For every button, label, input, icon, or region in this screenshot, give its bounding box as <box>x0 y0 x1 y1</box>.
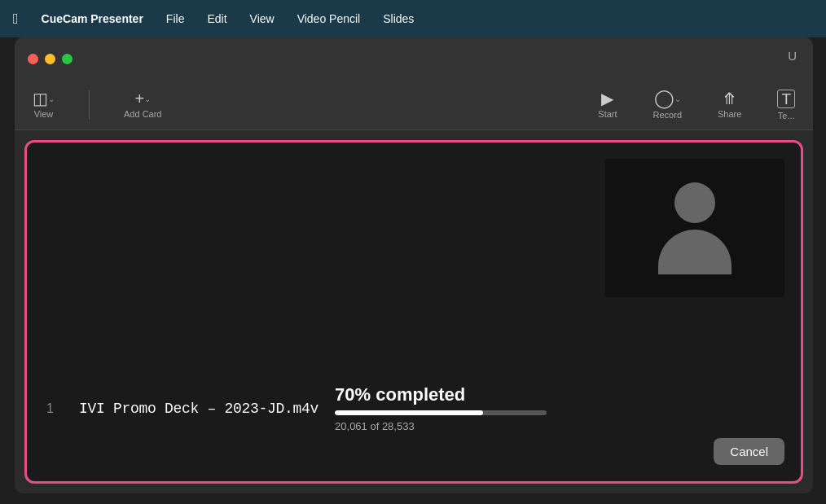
file-row: 1 IVI Promo Deck – 2023-JD.m4v 70% compl… <box>27 360 801 457</box>
apple-menu[interactable]:  <box>13 11 19 28</box>
view-button[interactable]: ◫ ⌄ View <box>28 87 59 122</box>
start-label: Start <box>598 109 617 119</box>
avatar-head <box>674 182 715 223</box>
window-user-icon: U <box>788 49 797 63</box>
maximize-button[interactable] <box>62 54 72 64</box>
addcard-chevron-icon: ⌄ <box>144 94 151 103</box>
menu-video-pencil[interactable]: Video Pencil <box>297 12 361 25</box>
record-label: Record <box>653 110 682 120</box>
view-label: View <box>34 109 54 119</box>
menu-slides[interactable]: Slides <box>383 12 414 25</box>
avatar-body <box>658 230 732 274</box>
avatar-icon <box>658 182 732 274</box>
camera-preview <box>605 159 784 297</box>
record-button[interactable]: ◯ ⌄ Record <box>648 86 687 123</box>
text-label: Te... <box>778 111 795 121</box>
progress-count: 20,061 of 28,533 <box>335 420 547 432</box>
view-chevron-icon: ⌄ <box>48 94 55 103</box>
cancel-button[interactable]: Cancel <box>714 438 784 465</box>
add-card-label: Add Card <box>124 109 161 119</box>
share-label: Share <box>718 109 741 119</box>
menu-edit[interactable]: Edit <box>207 12 226 25</box>
close-button[interactable] <box>28 54 38 64</box>
record-icon: ◯ <box>654 90 674 107</box>
titlebar: U <box>15 37 813 80</box>
main-window: U ◫ ⌄ View + ⌄ Add Card ▶ Start <box>15 37 813 493</box>
text-button[interactable]: T Te... <box>772 86 800 124</box>
toolbar-divider-1 <box>89 90 90 120</box>
view-icon: ◫ <box>33 90 48 107</box>
toolbar: ◫ ⌄ View + ⌄ Add Card ▶ Start ◯ ⌄ <box>15 80 813 130</box>
plus-icon: + <box>134 90 144 107</box>
filename: IVI Promo Deck – 2023-JD.m4v <box>79 401 319 417</box>
progress-percent: 70% completed <box>335 384 547 405</box>
app-name[interactable]: CueCam Presenter <box>42 12 143 25</box>
record-chevron-icon: ⌄ <box>674 94 681 103</box>
traffic-lights <box>28 54 72 64</box>
progress-bar-background <box>335 410 547 415</box>
play-icon: ▶ <box>601 90 613 107</box>
add-card-button[interactable]: + ⌄ Add Card <box>119 87 166 122</box>
minimize-button[interactable] <box>45 54 55 64</box>
menu-file[interactable]: File <box>166 12 185 25</box>
row-number: 1 <box>46 401 63 416</box>
main-card: 1 IVI Promo Deck – 2023-JD.m4v 70% compl… <box>24 140 803 484</box>
share-button[interactable]: ⤊ Share <box>713 87 746 122</box>
progress-bar-fill <box>335 410 483 415</box>
content-area: 1 IVI Promo Deck – 2023-JD.m4v 70% compl… <box>15 130 813 493</box>
menubar:  CueCam Presenter File Edit View Video … <box>0 0 826 37</box>
share-icon: ⤊ <box>723 90 736 107</box>
menu-view[interactable]: View <box>250 12 275 25</box>
progress-area: 70% completed 20,061 of 28,533 <box>335 384 547 432</box>
start-button[interactable]: ▶ Start <box>593 87 622 122</box>
text-icon: T <box>777 90 795 108</box>
